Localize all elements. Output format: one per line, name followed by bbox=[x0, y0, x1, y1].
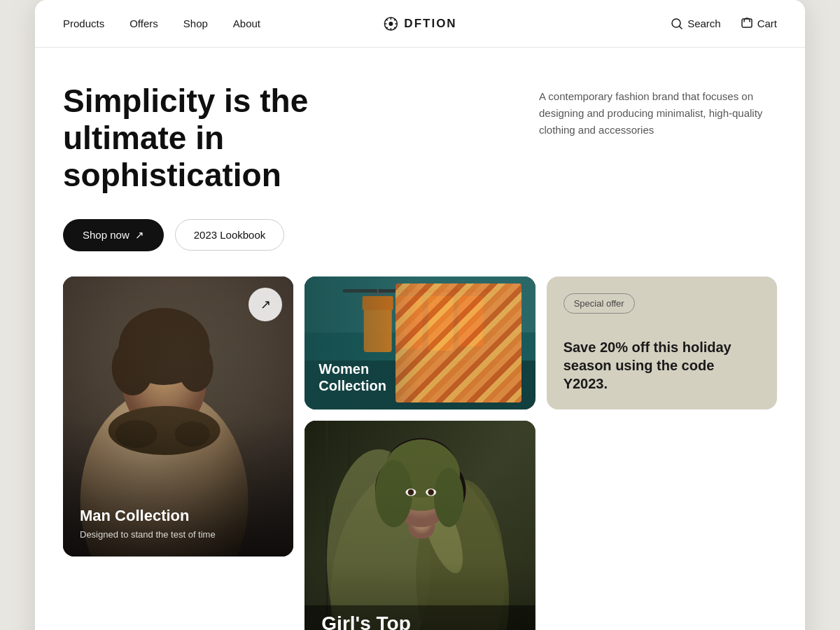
navigation: Products Offers Shop About DFTION bbox=[35, 0, 805, 48]
svg-point-45 bbox=[331, 464, 510, 630]
man-card-arrow[interactable]: ↗ bbox=[248, 288, 282, 321]
svg-point-54 bbox=[383, 440, 460, 511]
girls-photo bbox=[304, 421, 535, 630]
svg-line-9 bbox=[386, 27, 388, 28]
hero-top: Simplicity is the ultimate in sophistica… bbox=[63, 83, 777, 194]
svg-point-57 bbox=[406, 489, 416, 496]
svg-point-55 bbox=[375, 460, 412, 527]
cart-label: Cart bbox=[757, 18, 777, 29]
svg-point-48 bbox=[413, 484, 472, 578]
cart-button[interactable]: Cart bbox=[741, 18, 777, 30]
svg-line-8 bbox=[394, 19, 396, 20]
svg-point-50 bbox=[388, 445, 455, 527]
special-offer-card: Special offer Save 20% off this holiday … bbox=[547, 276, 777, 410]
svg-rect-37 bbox=[428, 296, 454, 351]
shop-now-button[interactable]: Shop now ↗ bbox=[63, 219, 164, 251]
svg-point-60 bbox=[428, 489, 434, 495]
search-label: Search bbox=[687, 18, 721, 29]
svg-rect-16 bbox=[150, 399, 178, 434]
svg-rect-29 bbox=[364, 296, 392, 352]
svg-point-21 bbox=[108, 406, 220, 455]
svg-line-6 bbox=[386, 19, 388, 20]
logo-icon bbox=[383, 16, 398, 31]
svg-point-19 bbox=[112, 340, 154, 396]
svg-point-52 bbox=[375, 464, 405, 516]
nav-links-left: Products Offers Shop About bbox=[63, 18, 420, 29]
hero-description: A contemporary fashion brand that focuse… bbox=[539, 83, 777, 139]
brand-logo[interactable]: DFTION bbox=[383, 16, 456, 31]
svg-point-22 bbox=[115, 420, 158, 448]
product-grid: ↗ Man Collection Designed to stand the t… bbox=[63, 276, 777, 630]
lookbook-button[interactable]: 2023 Lookbook bbox=[175, 219, 285, 251]
cart-icon bbox=[741, 18, 753, 30]
svg-point-23 bbox=[175, 421, 210, 447]
man-collection-label: Man Collection Designed to stand the tes… bbox=[80, 507, 216, 540]
hero-ctas: Shop now ↗ 2023 Lookbook bbox=[63, 219, 777, 251]
arrow-icon: ↗ bbox=[260, 297, 271, 312]
hero-section: Simplicity is the ultimate in sophistica… bbox=[35, 48, 805, 630]
svg-point-33 bbox=[400, 307, 409, 316]
svg-point-56 bbox=[434, 468, 463, 527]
girls-top-title: Girl's Top bbox=[321, 612, 518, 630]
svg-point-1 bbox=[388, 22, 393, 26]
women-collection-title: Women Collection bbox=[318, 360, 386, 394]
svg-rect-32 bbox=[396, 296, 423, 349]
svg-point-46 bbox=[327, 449, 431, 630]
nav-actions: Search Cart bbox=[420, 18, 777, 30]
svg-rect-41 bbox=[304, 421, 535, 630]
nav-about[interactable]: About bbox=[233, 18, 260, 29]
shop-now-label: Shop now bbox=[83, 229, 130, 241]
svg-rect-39 bbox=[458, 296, 484, 346]
man-collection-card[interactable]: ↗ Man Collection Designed to stand the t… bbox=[63, 276, 293, 556]
girls-figure-svg bbox=[304, 421, 535, 630]
svg-point-47 bbox=[416, 479, 505, 630]
women-collection-label: Women Collection bbox=[318, 360, 386, 398]
svg-line-11 bbox=[680, 26, 682, 29]
svg-point-20 bbox=[178, 343, 214, 392]
nav-shop[interactable]: Shop bbox=[183, 18, 208, 29]
svg-line-7 bbox=[394, 27, 396, 28]
svg-point-18 bbox=[119, 308, 210, 385]
girls-top-label: Girl's Top Mysterious everyday Shop now … bbox=[321, 612, 518, 630]
brand-name: DFTION bbox=[404, 17, 456, 31]
svg-rect-30 bbox=[363, 296, 393, 310]
svg-point-51 bbox=[386, 438, 457, 497]
man-collection-subtitle: Designed to stand the test of time bbox=[80, 529, 216, 540]
svg-rect-26 bbox=[304, 276, 535, 332]
arrow-icon: ↗ bbox=[135, 229, 144, 241]
svg-point-59 bbox=[426, 489, 436, 496]
svg-rect-27 bbox=[343, 289, 497, 293]
svg-rect-49 bbox=[409, 501, 435, 538]
girls-top-card[interactable]: Girl's Top Mysterious everyday Shop now … bbox=[304, 421, 535, 630]
search-icon bbox=[671, 18, 683, 30]
svg-point-58 bbox=[408, 489, 414, 495]
svg-rect-12 bbox=[742, 19, 752, 27]
nav-products[interactable]: Products bbox=[63, 18, 104, 29]
women-collection-card[interactable]: Women Collection bbox=[304, 276, 535, 410]
svg-point-35 bbox=[403, 330, 409, 335]
search-button[interactable]: Search bbox=[671, 18, 721, 30]
svg-point-17 bbox=[122, 329, 206, 434]
svg-point-34 bbox=[410, 318, 416, 326]
hero-headline: Simplicity is the ultimate in sophistica… bbox=[63, 83, 399, 194]
offer-text: Save 20% off this holiday season using t… bbox=[564, 338, 760, 393]
man-collection-title: Man Collection bbox=[80, 507, 216, 525]
svg-point-53 bbox=[440, 468, 466, 512]
nav-offers[interactable]: Offers bbox=[130, 18, 158, 29]
special-offer-badge: Special offer bbox=[564, 293, 635, 314]
